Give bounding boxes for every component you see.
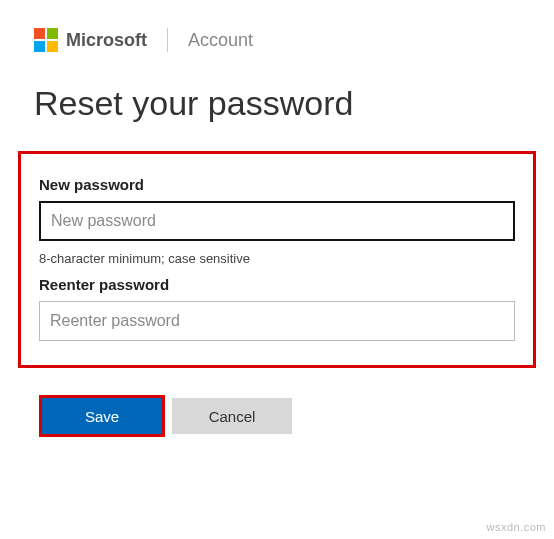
reenter-password-label: Reenter password xyxy=(39,276,515,293)
header: Microsoft Account xyxy=(0,0,554,72)
new-password-input[interactable] xyxy=(39,201,515,241)
button-row: Save Cancel xyxy=(0,368,554,434)
svg-rect-0 xyxy=(34,28,45,39)
watermark: wsxdn.com xyxy=(486,521,546,533)
reenter-password-input[interactable] xyxy=(39,301,515,341)
page-title: Reset your password xyxy=(0,72,554,151)
svg-rect-1 xyxy=(47,28,58,39)
cancel-button[interactable]: Cancel xyxy=(172,398,292,434)
new-password-label: New password xyxy=(39,176,515,193)
save-button[interactable]: Save xyxy=(42,398,162,434)
section-name: Account xyxy=(188,30,253,51)
password-form-highlight: New password 8-character minimum; case s… xyxy=(18,151,536,368)
svg-rect-2 xyxy=(34,41,45,52)
new-password-helper: 8-character minimum; case sensitive xyxy=(39,251,515,266)
microsoft-logo-icon xyxy=(34,28,58,52)
header-divider xyxy=(167,28,168,52)
brand-name: Microsoft xyxy=(66,30,147,51)
svg-rect-3 xyxy=(47,41,58,52)
